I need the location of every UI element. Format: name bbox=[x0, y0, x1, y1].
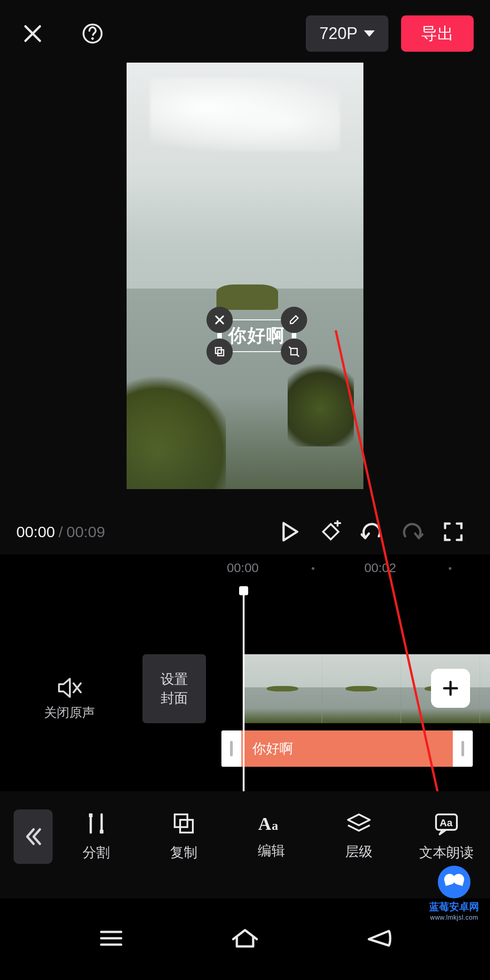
text-clip-label: 你好啊 bbox=[252, 740, 293, 758]
svg-rect-6 bbox=[89, 813, 93, 817]
watermark-logo-icon bbox=[438, 866, 470, 898]
clip-trim-handle-left[interactable] bbox=[221, 730, 241, 767]
svg-text:A: A bbox=[258, 813, 271, 833]
resolution-button[interactable]: 720P bbox=[306, 15, 388, 52]
text-edit-handle[interactable] bbox=[281, 307, 307, 333]
set-cover-button[interactable]: 设置 封面 bbox=[142, 654, 206, 723]
undo-button[interactable] bbox=[351, 515, 392, 548]
text-rotate-handle[interactable] bbox=[281, 338, 307, 365]
fullscreen-button[interactable] bbox=[433, 515, 474, 548]
header-bar: 720P 导出 bbox=[0, 11, 490, 56]
speaker-mute-icon bbox=[57, 677, 82, 699]
undo-icon bbox=[361, 522, 382, 542]
system-nav-bar bbox=[0, 898, 490, 980]
copy-icon bbox=[172, 812, 196, 835]
preview-sky bbox=[127, 63, 363, 310]
text-edit-icon: Aa bbox=[258, 813, 284, 833]
rotate-scale-icon bbox=[288, 346, 300, 358]
tool-tts-label: 文本朗读 bbox=[419, 843, 474, 862]
close-icon bbox=[214, 314, 225, 326]
tool-layer-label: 层级 bbox=[345, 843, 372, 861]
close-button[interactable] bbox=[16, 17, 49, 50]
svg-point-1 bbox=[92, 38, 94, 40]
tts-icon: Aa bbox=[433, 812, 460, 835]
nav-recent-button[interactable] bbox=[98, 928, 124, 950]
redo-button[interactable] bbox=[392, 515, 433, 548]
text-clip[interactable]: 你好啊 bbox=[221, 730, 473, 767]
tool-split[interactable]: 分割 bbox=[53, 812, 140, 862]
tool-copy-label: 复制 bbox=[170, 843, 197, 862]
tool-edit-label: 编辑 bbox=[258, 842, 285, 860]
text-overlay-box[interactable]: 你好啊 bbox=[219, 319, 294, 352]
video-thumbnail bbox=[243, 654, 322, 723]
bottom-toolbar: 分割 复制 Aa 编辑 层级 Aa 文本朗读 bbox=[0, 791, 490, 882]
play-icon bbox=[281, 521, 299, 542]
help-button[interactable] bbox=[76, 17, 109, 50]
play-button[interactable] bbox=[270, 515, 310, 548]
time-ruler: 00:00 00:02 bbox=[0, 561, 490, 583]
help-icon bbox=[82, 23, 103, 44]
resolution-label: 720P bbox=[319, 24, 358, 43]
tool-edit[interactable]: Aa 编辑 bbox=[228, 813, 315, 860]
current-time: 00:00 bbox=[16, 523, 55, 541]
toolbar-back-button[interactable] bbox=[14, 809, 53, 864]
home-icon bbox=[230, 927, 260, 949]
copy-icon bbox=[214, 346, 225, 358]
add-clip-button[interactable] bbox=[431, 669, 470, 708]
ruler-dot bbox=[449, 567, 451, 570]
layers-icon bbox=[346, 813, 372, 834]
fullscreen-icon bbox=[443, 522, 463, 542]
nav-home-button[interactable] bbox=[230, 927, 260, 951]
svg-rect-3 bbox=[218, 350, 224, 356]
time-separator: / bbox=[59, 523, 63, 541]
text-overlay-element[interactable]: 你好啊 bbox=[219, 319, 294, 352]
text-copy-handle[interactable] bbox=[206, 338, 233, 365]
close-icon bbox=[23, 24, 43, 44]
video-thumbnail bbox=[480, 654, 490, 723]
total-duration: 00:09 bbox=[67, 523, 105, 541]
watermark: 蓝莓安卓网 www.lmkjsl.com bbox=[429, 866, 479, 921]
chevron-double-left-icon bbox=[24, 827, 42, 847]
svg-text:a: a bbox=[272, 818, 278, 833]
ruler-tick: 00:02 bbox=[364, 561, 396, 575]
svg-rect-7 bbox=[100, 830, 103, 833]
mute-label: 关闭原声 bbox=[0, 704, 139, 721]
mute-original-audio-button[interactable]: 关闭原声 bbox=[0, 677, 139, 721]
redo-icon bbox=[402, 522, 423, 542]
svg-rect-2 bbox=[216, 348, 221, 353]
export-button[interactable]: 导出 bbox=[401, 15, 474, 52]
video-thumbnail bbox=[322, 654, 401, 723]
ruler-tick: 00:00 bbox=[227, 561, 259, 575]
svg-text:Aa: Aa bbox=[440, 817, 453, 828]
clip-trim-handle-right[interactable] bbox=[453, 730, 473, 767]
tool-layer[interactable]: 层级 bbox=[315, 813, 402, 861]
text-delete-handle[interactable] bbox=[206, 307, 233, 333]
plus-icon bbox=[441, 679, 460, 697]
text-overlay-content: 你好啊 bbox=[228, 323, 285, 348]
keyframe-add-icon bbox=[319, 520, 342, 543]
keyframe-button[interactable] bbox=[310, 515, 351, 548]
tool-text-to-speech[interactable]: Aa 文本朗读 bbox=[402, 812, 490, 862]
nav-back-button[interactable] bbox=[366, 928, 392, 950]
pencil-icon bbox=[288, 314, 300, 326]
menu-icon bbox=[98, 928, 124, 948]
chevron-down-icon bbox=[364, 30, 375, 37]
svg-rect-4 bbox=[291, 348, 297, 355]
ruler-dot bbox=[312, 567, 314, 570]
watermark-title: 蓝莓安卓网 bbox=[429, 900, 479, 914]
video-preview[interactable]: 你好啊 bbox=[127, 63, 363, 489]
transport-bar: 00:00 / 00:09 bbox=[0, 509, 490, 554]
back-icon bbox=[366, 928, 392, 948]
set-cover-label: 设置 封面 bbox=[161, 670, 188, 708]
tool-copy[interactable]: 复制 bbox=[140, 812, 228, 862]
split-icon bbox=[85, 812, 107, 835]
watermark-url: www.lmkjsl.com bbox=[429, 914, 479, 921]
export-label: 导出 bbox=[421, 23, 454, 45]
tool-split-label: 分割 bbox=[83, 843, 110, 862]
